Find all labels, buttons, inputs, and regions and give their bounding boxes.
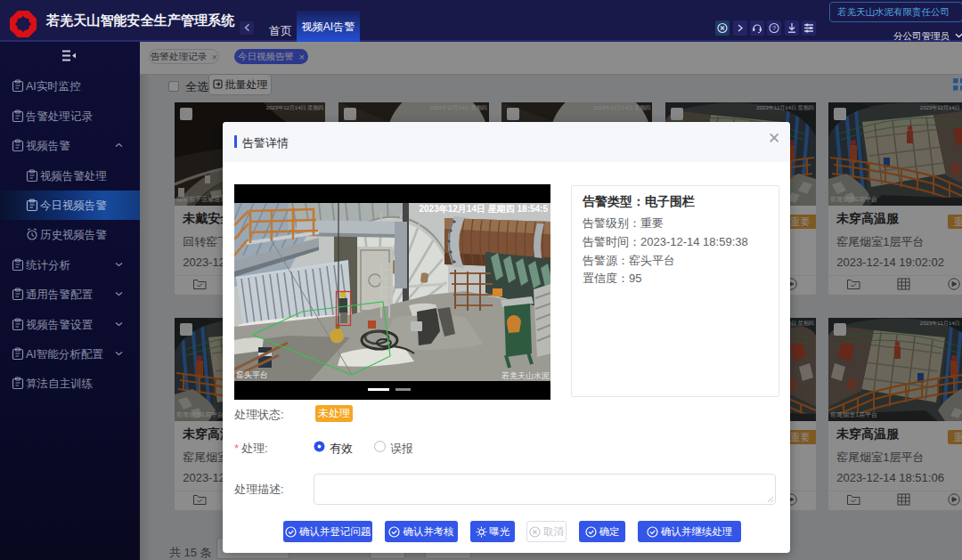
svg-text:?: ? [772,24,776,32]
svg-text:2023年12月14日 星期四 18:54:5: 2023年12月14日 星期四 18:54:5 [419,204,548,214]
svg-text:若羌天山水泥: 若羌天山水泥 [501,371,550,380]
svg-text:窑头平台: 窑头平台 [236,370,268,379]
